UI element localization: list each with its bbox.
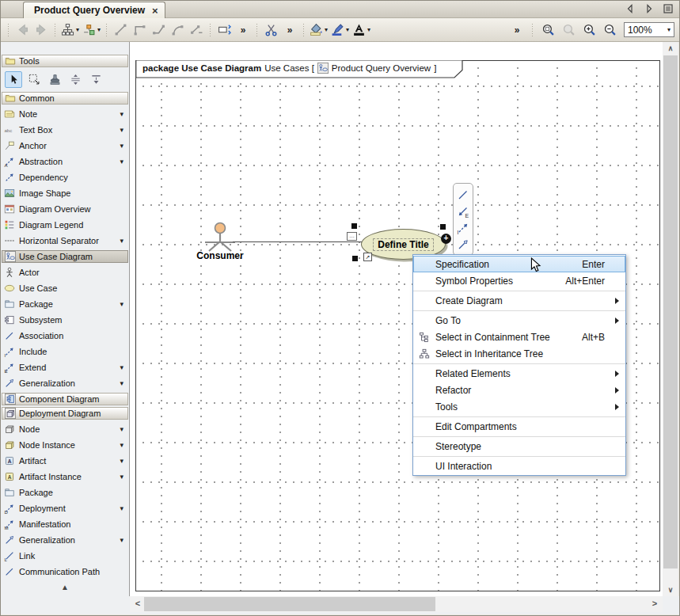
palette-item-package[interactable]: Package [1,485,129,500]
zoom-in-button[interactable] [579,21,598,40]
horizontal-scrollbar[interactable]: < > [130,596,663,612]
selection-handle[interactable] [352,256,358,261]
palette-item-anchor[interactable]: Anchor▾ [1,138,129,154]
scroll-tabs-right-icon[interactable] [643,2,655,15]
curved-path-button[interactable] [168,21,187,40]
association-line[interactable] [233,241,362,242]
palette-item-package[interactable]: Package▾ [1,296,129,312]
scroll-down-icon[interactable]: ∨ [663,584,678,596]
bent-path-button[interactable] [149,21,168,40]
display-related-button[interactable]: ▾ [81,21,102,40]
palette-item-communication-path[interactable]: Communication Path [1,564,129,580]
oblique-break-path-button[interactable] [187,21,206,40]
menu-item-select-in-inheritance-tree[interactable]: Select in Inheritance Tree [413,345,625,362]
palette-section-deployment-diagram[interactable]: Deployment Diagram [2,407,128,420]
resize-overflow-button[interactable]: » [234,21,253,40]
palette-item-note[interactable]: Note▾ [1,106,129,122]
marquee-tool[interactable] [25,71,43,88]
scroll-tabs-left-icon[interactable] [624,2,636,15]
menu-item-select-in-containment-tree[interactable]: Select in Containment TreeAlt+B [413,329,625,345]
oblique-path-button[interactable] [111,21,130,40]
palette-section-use-case-diagram[interactable]: Use Case Diagram [2,250,128,263]
zoom-out-button[interactable] [600,21,619,40]
zoom-fit-button[interactable] [538,21,557,40]
toolbar-separator [104,23,109,37]
scroll-up-icon[interactable]: ∧ [663,42,678,55]
scroll-right-icon[interactable]: > [648,596,661,612]
palette-item-actor[interactable]: Actor [1,264,129,280]
zoom-level-value: 100% [628,25,652,36]
palette-item-diagram-overview[interactable]: Diagram Overview [1,201,129,217]
zoom-level-select[interactable]: 100%▾ [624,22,674,37]
menu-item-refactor[interactable]: Refactor [413,382,625,398]
clipboard-overflow-button[interactable]: » [280,21,299,40]
menu-item-specification[interactable]: SpecificationEnter [413,256,625,272]
add-related-button[interactable]: + [441,234,451,244]
fill-color-button[interactable]: ▾ [308,21,329,40]
palette-item-generalization[interactable]: Generalization▾ [1,532,129,548]
align-tool[interactable] [87,71,104,88]
compartments-button[interactable]: … [347,232,357,241]
selection-handle[interactable] [440,224,446,230]
close-tab-icon[interactable]: × [152,5,158,17]
draw-association-icon[interactable] [457,188,469,201]
rectilinear-path-button[interactable] [130,21,149,40]
palette-item-horizontal-separator[interactable]: Horizontal Separator▾ [1,233,129,249]
navigate-icon[interactable]: ↗ [363,253,372,261]
palette-item-extend[interactable]: EExtend▾ [1,359,129,375]
forward-button[interactable] [32,21,51,40]
palette-item-include[interactable]: IInclude [1,344,129,359]
menu-item-related-elements[interactable]: Related Elements [413,365,625,382]
draw-generalization-icon[interactable] [457,238,469,251]
palette-collapse-button[interactable]: ▲ [1,583,129,591]
palette-item-node-instance[interactable]: Node Instance▾ [1,437,129,453]
draw-extend-icon[interactable]: E [457,205,469,218]
palette-item-manifestation[interactable]: MManifestation [1,516,129,532]
menu-item-tools[interactable]: Tools [413,398,625,415]
palette-item-deployment[interactable]: DDeployment▾ [1,500,129,516]
back-button[interactable] [13,21,32,40]
font-color-button[interactable]: ▾ [351,21,372,40]
menu-item-edit-compartments[interactable]: Edit Compartments [413,418,625,435]
layout-button[interactable]: ▾ [59,21,81,40]
menu-item-ui-interaction[interactable]: UI Interaction [413,458,625,474]
tab-list-icon[interactable] [662,2,674,15]
palette-item-generalization[interactable]: Generalization▾ [1,375,129,391]
selection-handle[interactable] [351,223,357,229]
palette-item-image-shape[interactable]: Image Shape [1,185,129,201]
palette-item-abstraction[interactable]: AAbstraction▾ [1,154,129,169]
palette-item-diagram-legend[interactable]: Diagram Legend [1,217,129,233]
diagram-canvas[interactable]: package Use Case Diagram Use Cases [ Pro… [130,42,663,596]
menu-item-symbol-properties[interactable]: Symbol PropertiesAlt+Enter [413,272,625,289]
pen-color-button[interactable]: ▾ [329,21,351,40]
palette-item-link[interactable]: LLink [1,548,129,564]
palette-item-artifact[interactable]: AArtifact▾ [1,453,129,469]
zoom-100-button[interactable] [559,21,578,40]
palette-item-node[interactable]: Node▾ [1,421,129,437]
palette-item-text-box[interactable]: abcText Box▾ [1,122,129,138]
palette-item-use-case[interactable]: Use Case [1,280,129,296]
actor-consumer[interactable] [196,221,244,254]
select-tool[interactable] [5,71,22,88]
menu-item-go-to[interactable]: Go To [413,312,625,329]
scroll-left-icon[interactable]: < [131,596,144,612]
palette-section-common[interactable]: Common [2,92,128,105]
tab-product-query-overview[interactable]: Product Query Overview × [23,2,165,18]
vertical-spread-tool[interactable] [66,71,84,88]
draw-include-icon[interactable]: I [457,222,469,234]
palette-item-association[interactable]: Association [1,328,129,344]
palette-section-tools[interactable]: Tools [2,55,128,67]
toolbar-overflow-button[interactable]: » [507,21,526,40]
autosize-button[interactable] [215,21,234,40]
menu-item-stereotype[interactable]: Stereotype [413,438,625,454]
palette-item-dependency[interactable]: Dependency [1,169,129,185]
palette-item-subsystem[interactable]: Subsystem [1,312,129,328]
vertical-scrollbar[interactable]: ∧ ∨ [663,42,678,596]
cut-button[interactable] [261,21,280,40]
palette-section-component-diagram[interactable]: Component Diagram [2,393,128,405]
vertical-scrollbar-thumb[interactable] [663,55,678,568]
palette-item-artifact-instance[interactable]: AArtifact Instance▾ [1,469,129,485]
horizontal-scrollbar-thumb[interactable] [144,597,435,611]
menu-item-create-diagram[interactable]: Create Diagram [413,292,625,309]
sticky-tool[interactable] [46,71,63,88]
